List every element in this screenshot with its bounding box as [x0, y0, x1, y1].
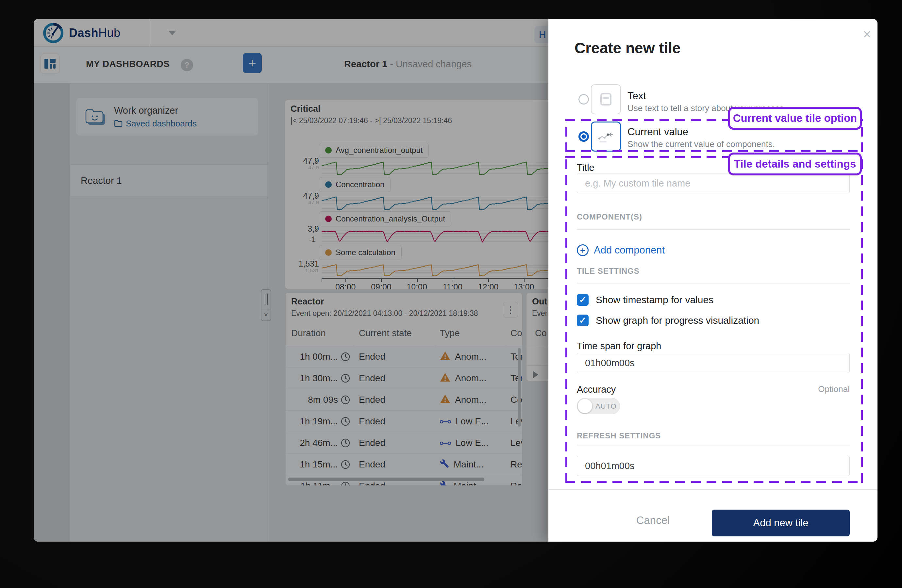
annotation-label-current-value: Current value tile option: [728, 107, 862, 130]
annotation-box-tile-details: [565, 156, 863, 483]
text-tile-icon[interactable]: [591, 84, 621, 114]
cancel-button[interactable]: Cancel: [627, 514, 679, 527]
radio-text-option[interactable]: [578, 94, 589, 105]
add-new-tile-button[interactable]: Add new tile: [712, 510, 850, 536]
text-option-label[interactable]: Text: [628, 90, 646, 102]
close-icon[interactable]: ×: [860, 27, 875, 42]
screenshot-stage: DashHub H MY DASHBOARDS ? + Reactor 1 -: [0, 0, 902, 588]
annotation-label-tile-details: Tile details and settings: [728, 153, 862, 175]
modal-title: Create new tile: [575, 39, 681, 57]
app-window: DashHub H MY DASHBOARDS ? + Reactor 1 -: [34, 19, 877, 542]
create-tile-modal: × Create new tile Text Use text to tell …: [548, 19, 877, 542]
